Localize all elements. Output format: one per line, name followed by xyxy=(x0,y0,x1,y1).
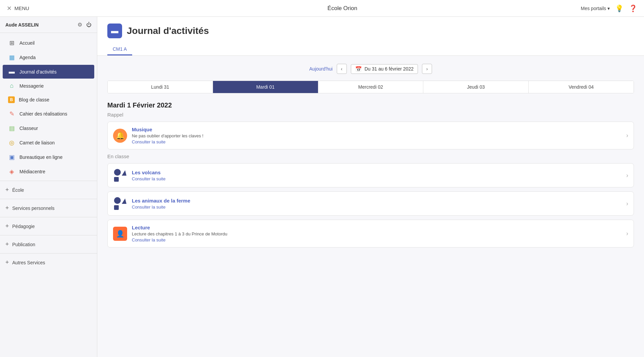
sidebar-item-blog[interactable]: B Blog de classe xyxy=(3,93,94,106)
user-icon-lecture: 👤 xyxy=(113,227,127,241)
card-musique[interactable]: 🔔 Musique Ne pas oublier d'apporter les … xyxy=(107,122,634,149)
plus-icon: + xyxy=(5,205,9,212)
chevron-right-icon: › xyxy=(626,172,628,179)
sidebar-item-carnet[interactable]: ◎ Carnet de liaison xyxy=(3,136,94,150)
today-button[interactable]: Aujourd'hui xyxy=(309,66,333,72)
classeur-icon: ▤ xyxy=(8,125,15,132)
journal-icon: ▬ xyxy=(8,68,15,75)
main-tabs: CM1 A xyxy=(107,44,634,55)
sidebar-section-autres-services[interactable]: + Autres Services xyxy=(0,256,97,269)
layout: Aude ASSELIN ⚙ ⏻ ⊞ Accueil ▦ Agenda ▬ Jo… xyxy=(0,17,644,357)
agenda-icon: ▦ xyxy=(8,54,15,61)
sidebar-item-cahier[interactable]: ✎ Cahier des réalisations xyxy=(3,107,94,121)
main-area: ▬ Journal d'activités CM1 A Aujourd'hui … xyxy=(97,17,644,357)
power-icon[interactable]: ⏻ xyxy=(86,22,92,28)
cahier-icon: ✎ xyxy=(8,110,15,118)
sidebar-nav: ⊞ Accueil ▦ Agenda ▬ Journal d'activités… xyxy=(0,33,97,272)
main-header: ▬ Journal d'activités CM1 A xyxy=(97,17,644,56)
card-lecture-link[interactable]: Consulter la suite xyxy=(132,237,622,242)
sidebar-section-ecole[interactable]: + École xyxy=(0,183,97,197)
bureautique-icon: ▣ xyxy=(8,153,15,161)
card-animaux-content: Les animaux de la ferme Consulter la sui… xyxy=(132,198,622,210)
sidebar-item-label: Journal d'activités xyxy=(19,69,57,75)
settings-icon[interactable]: ⚙ xyxy=(77,21,82,28)
sidebar-item-messagerie[interactable]: ⌂ Messagerie xyxy=(3,79,94,93)
sidebar-item-label: Messagerie xyxy=(19,83,44,89)
messagerie-icon: ⌂ xyxy=(8,82,15,89)
sidebar-item-classeur[interactable]: ▤ Classeur xyxy=(3,121,94,135)
sidebar-section-label: Autres Services xyxy=(12,260,45,265)
card-animaux-title: Les animaux de la ferme xyxy=(132,198,622,204)
portails-label: Mes portails xyxy=(581,6,606,11)
date-range-picker[interactable]: 📅 Du 31 au 6 février 2022 xyxy=(351,64,418,74)
card-lecture-desc: Lecture des chapitres 1 à 3 du Prince de… xyxy=(132,231,622,236)
sidebar-item-label: Classeur xyxy=(19,126,38,131)
sidebar-section-label: École xyxy=(12,187,24,193)
day-title: Mardi 1 Février 2022 xyxy=(107,101,634,109)
card-lecture-content: Lecture Lecture des chapitres 1 à 3 du P… xyxy=(132,225,622,242)
tab-cm1a[interactable]: CM1 A xyxy=(107,44,132,55)
sidebar-item-mediacentre[interactable]: ◈ Médiacentre xyxy=(3,165,94,179)
card-animaux[interactable]: Les animaux de la ferme Consulter la sui… xyxy=(107,191,634,216)
sidebar-section-pedagogie[interactable]: + Pédagogie xyxy=(0,219,97,233)
day-tab-mercredi[interactable]: Mercredi 02 xyxy=(318,81,424,93)
sidebar-section-publication[interactable]: + Publication xyxy=(0,237,97,251)
carnet-icon: ◎ xyxy=(8,139,15,146)
sidebar-divider-5 xyxy=(0,253,97,254)
card-musique-title: Musique xyxy=(132,127,622,132)
sidebar: Aude ASSELIN ⚙ ⏻ ⊞ Accueil ▦ Agenda ▬ Jo… xyxy=(0,17,97,357)
lightbulb-icon[interactable]: 💡 xyxy=(615,4,624,12)
card-musique-link[interactable]: Consulter la suite xyxy=(132,139,622,144)
help-icon[interactable]: ❓ xyxy=(629,4,637,12)
card-volcans-link[interactable]: Consulter la suite xyxy=(132,176,622,181)
date-range-label: Du 31 au 6 février 2022 xyxy=(365,66,414,72)
card-animaux-link[interactable]: Consulter la suite xyxy=(132,205,622,210)
sidebar-item-journal[interactable]: ▬ Journal d'activités xyxy=(3,65,94,79)
home-icon: ⊞ xyxy=(8,39,15,47)
next-week-button[interactable]: › xyxy=(422,64,432,74)
chevron-right-icon: › xyxy=(626,230,628,237)
chevron-right-icon: › xyxy=(626,132,628,139)
mes-portails-button[interactable]: Mes portails ▾ xyxy=(581,6,610,11)
main-content: Aujourd'hui ‹ 📅 Du 31 au 6 février 2022 … xyxy=(97,56,644,357)
sidebar-section-label: Pédagogie xyxy=(12,224,35,229)
subject-icon-animaux xyxy=(113,196,127,211)
mediacentre-icon: ◈ xyxy=(8,168,15,175)
plus-icon: + xyxy=(5,186,9,193)
sidebar-divider-3 xyxy=(0,217,97,217)
menu-button[interactable]: ✕ MENU xyxy=(7,5,104,12)
card-lecture-title: Lecture xyxy=(132,225,622,230)
plus-icon: + xyxy=(5,223,9,230)
sidebar-user-actions: ⚙ ⏻ xyxy=(77,21,92,28)
plus-icon: + xyxy=(5,241,9,248)
sidebar-divider-1 xyxy=(0,181,97,181)
topbar: ✕ MENU École Orion Mes portails ▾ 💡 ❓ xyxy=(0,0,644,17)
day-tab-vendredi[interactable]: Vendredi 04 xyxy=(529,81,634,93)
sidebar-item-label: Médiacentre xyxy=(19,169,45,174)
subject-icon-volcans xyxy=(113,168,127,182)
calendar-icon: 📅 xyxy=(355,66,362,72)
sidebar-section-services-personnels[interactable]: + Services personnels xyxy=(0,201,97,215)
close-icon: ✕ xyxy=(7,5,12,12)
page-title: Journal d'activités xyxy=(127,26,209,36)
sidebar-user: Aude ASSELIN ⚙ ⏻ xyxy=(0,17,97,33)
sidebar-item-label: Carnet de liaison xyxy=(19,140,55,145)
sidebar-section-label: Publication xyxy=(12,242,36,247)
day-tab-jeudi[interactable]: Jeudi 03 xyxy=(423,81,529,93)
sidebar-item-accueil[interactable]: ⊞ Accueil xyxy=(3,36,94,50)
sidebar-username: Aude ASSELIN xyxy=(5,22,39,28)
card-lecture[interactable]: 👤 Lecture Lecture des chapitres 1 à 3 du… xyxy=(107,220,634,248)
sidebar-item-bureautique[interactable]: ▣ Bureautique en ligne xyxy=(3,150,94,164)
day-tab-lundi[interactable]: Lundi 31 xyxy=(108,81,213,93)
plus-icon: + xyxy=(5,259,9,266)
prev-week-button[interactable]: ‹ xyxy=(337,64,347,74)
card-volcans-content: Les volcans Consulter la suite xyxy=(132,170,622,181)
journal-page-icon: ▬ xyxy=(111,27,118,35)
page-title-row: ▬ Journal d'activités xyxy=(107,24,634,38)
sidebar-item-agenda[interactable]: ▦ Agenda xyxy=(3,50,94,64)
day-tab-mardi[interactable]: Mardi 01 xyxy=(213,81,318,93)
card-volcans-title: Les volcans xyxy=(132,170,622,175)
date-nav: Aujourd'hui ‹ 📅 Du 31 au 6 février 2022 … xyxy=(107,64,634,74)
card-volcans[interactable]: Les volcans Consulter la suite › xyxy=(107,163,634,187)
sidebar-divider-2 xyxy=(0,199,97,199)
